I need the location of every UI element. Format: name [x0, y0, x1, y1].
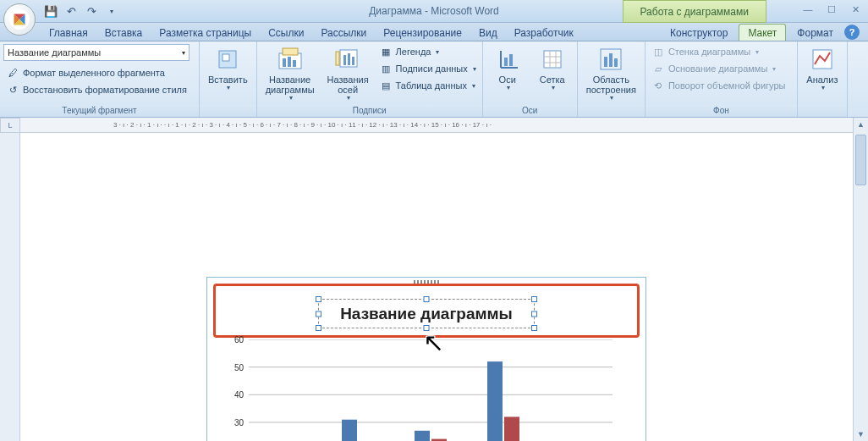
- format-selection-label: Формат выделенного фрагмента: [23, 68, 165, 78]
- data-table-icon: ▤: [379, 79, 393, 92]
- rotate-3d-icon: ⟲: [651, 79, 665, 92]
- cursor-icon: ↖: [423, 328, 444, 357]
- svg-rect-39: [415, 431, 430, 441]
- group-background: ◫Стенка диаграммы ▱Основание диаграммы ⟲…: [646, 41, 798, 117]
- plot-area-button[interactable]: Область построения: [581, 44, 641, 104]
- plot-area-label: Область построения: [586, 74, 636, 95]
- svg-rect-42: [504, 416, 519, 441]
- window-controls: — ☐ ✕: [799, 3, 865, 16]
- tab-chart-layout[interactable]: Макет: [739, 24, 786, 41]
- tab-insert[interactable]: Вставка: [96, 25, 151, 41]
- svg-rect-17: [544, 51, 561, 68]
- gridlines-icon: [539, 46, 566, 73]
- help-button[interactable]: ?: [844, 25, 860, 40]
- tab-references[interactable]: Ссылки: [260, 25, 312, 41]
- tab-design[interactable]: Конструктор: [662, 25, 736, 41]
- horizontal-ruler[interactable]: 3 · ı · 2 · ı · 1 · ı · · ı · 1 · ı · 2 …: [20, 118, 868, 133]
- minimize-button[interactable]: —: [799, 3, 817, 16]
- resize-handle[interactable]: [531, 325, 537, 331]
- data-labels-label: Подписи данных: [396, 63, 468, 74]
- svg-rect-5: [283, 58, 286, 67]
- redo-icon[interactable]: ↷: [83, 3, 100, 19]
- tab-layout[interactable]: Разметка страницы: [151, 25, 260, 41]
- ribbon: Название диаграммы ▾ 🖊Формат выделенного…: [0, 41, 868, 118]
- group-label-insert: [200, 105, 256, 117]
- chart-title-button[interactable]: Название диаграммы: [261, 44, 320, 104]
- reset-style-button[interactable]: ↺Восстановить форматирование стиля: [3, 82, 195, 97]
- dropdown-icon: ▾: [182, 49, 185, 57]
- axes-icon: [494, 46, 521, 73]
- y-axis-labels: 0102030405060: [223, 339, 245, 441]
- legend-icon: ▦: [379, 45, 393, 58]
- save-icon[interactable]: 💾: [42, 3, 59, 19]
- svg-rect-41: [487, 361, 503, 441]
- rotate-3d-label: Поворот объемной фигуры: [668, 80, 786, 91]
- close-button[interactable]: ✕: [846, 3, 865, 16]
- svg-rect-37: [342, 420, 357, 441]
- chart-wall-button: ◫Стенка диаграммы: [649, 44, 788, 59]
- resize-handle[interactable]: [531, 296, 537, 302]
- tab-home[interactable]: Главная: [41, 25, 96, 41]
- quick-access-toolbar: 💾 ↶ ↷ ▾: [42, 3, 120, 19]
- svg-rect-11: [348, 53, 350, 65]
- resize-handle[interactable]: [316, 325, 321, 331]
- plot-area-icon: [597, 46, 624, 73]
- axes-button[interactable]: Оси: [486, 44, 529, 94]
- group-current-selection: Название диаграммы ▾ 🖊Формат выделенного…: [0, 41, 200, 117]
- undo-icon[interactable]: ↶: [63, 3, 80, 19]
- ruler-corner[interactable]: L: [0, 118, 20, 133]
- axes-label: Оси: [499, 74, 516, 85]
- tab-review[interactable]: Рецензирование: [375, 25, 470, 41]
- chart-wall-label: Стенка диаграммы: [668, 47, 750, 57]
- context-tab-title: Работа с диаграммами: [623, 0, 767, 23]
- axis-titles-label: Названия осей: [327, 74, 369, 95]
- data-labels-button[interactable]: ▥Подписи данных: [376, 61, 479, 76]
- svg-rect-23: [604, 57, 607, 67]
- maximize-button[interactable]: ☐: [822, 3, 841, 16]
- svg-rect-16: [509, 54, 513, 66]
- svg-rect-4: [283, 48, 298, 55]
- tab-mailings[interactable]: Рассылки: [312, 25, 375, 41]
- resize-handle[interactable]: [531, 311, 537, 317]
- resize-handle[interactable]: [424, 296, 430, 302]
- scroll-up-icon[interactable]: ▲: [854, 118, 868, 131]
- format-selection-icon: 🖊: [6, 66, 19, 80]
- document-canvas[interactable]: Название диаграммы ↖ 0102030405060 Вечер…: [20, 133, 868, 441]
- group-label-current: Текущий фрагмент: [0, 105, 199, 117]
- office-button[interactable]: [3, 3, 36, 36]
- resize-handle[interactable]: [316, 296, 321, 302]
- group-insert: Вставить: [200, 41, 257, 117]
- resize-handle[interactable]: [316, 311, 321, 317]
- data-table-button[interactable]: ▤Таблица данных: [376, 78, 479, 93]
- insert-button[interactable]: Вставить: [203, 44, 253, 94]
- axis-titles-icon: [334, 46, 361, 73]
- format-selection-button[interactable]: 🖊Формат выделенного фрагмента: [3, 65, 195, 80]
- data-labels-icon: ▥: [379, 62, 393, 75]
- legend-label: Легенда: [396, 47, 431, 57]
- tab-developer[interactable]: Разработчик: [506, 25, 582, 41]
- vertical-scrollbar[interactable]: ▲ ▼: [853, 118, 868, 441]
- group-label-labels: Подписи: [257, 105, 482, 117]
- legend-button[interactable]: ▦Легенда: [376, 44, 479, 59]
- svg-rect-24: [609, 53, 613, 67]
- tab-format[interactable]: Формат: [788, 25, 842, 41]
- insert-label: Вставить: [208, 74, 248, 85]
- scroll-thumb[interactable]: [855, 135, 866, 185]
- chart-title-text[interactable]: Название диаграммы: [340, 305, 513, 323]
- gridlines-label: Сетка: [540, 74, 565, 85]
- analysis-button[interactable]: Анализ: [801, 44, 843, 94]
- chart-title-label: Название диаграммы: [266, 74, 315, 95]
- group-labels: Название диаграммы Названия осей ▦Легенд…: [257, 41, 483, 117]
- chart-floor-label: Основание диаграммы: [668, 63, 767, 74]
- reset-style-label: Восстановить форматирование стиля: [23, 85, 187, 95]
- axis-titles-button[interactable]: Названия осей: [322, 44, 374, 104]
- gridlines-button[interactable]: Сетка: [531, 44, 574, 94]
- chart-title-textbox[interactable]: Название диаграммы: [318, 299, 535, 328]
- scroll-down-icon[interactable]: ▼: [854, 427, 868, 441]
- tab-view[interactable]: Вид: [470, 25, 506, 41]
- chart-element-selector[interactable]: Название диаграммы ▾: [3, 44, 190, 61]
- vertical-ruler[interactable]: [0, 133, 20, 441]
- qat-customize-icon[interactable]: ▾: [103, 3, 120, 19]
- document-area: L 3 · ı · 2 · ı · 1 · ı · · ı · 1 · ı · …: [0, 118, 868, 441]
- analysis-label: Анализ: [806, 74, 838, 85]
